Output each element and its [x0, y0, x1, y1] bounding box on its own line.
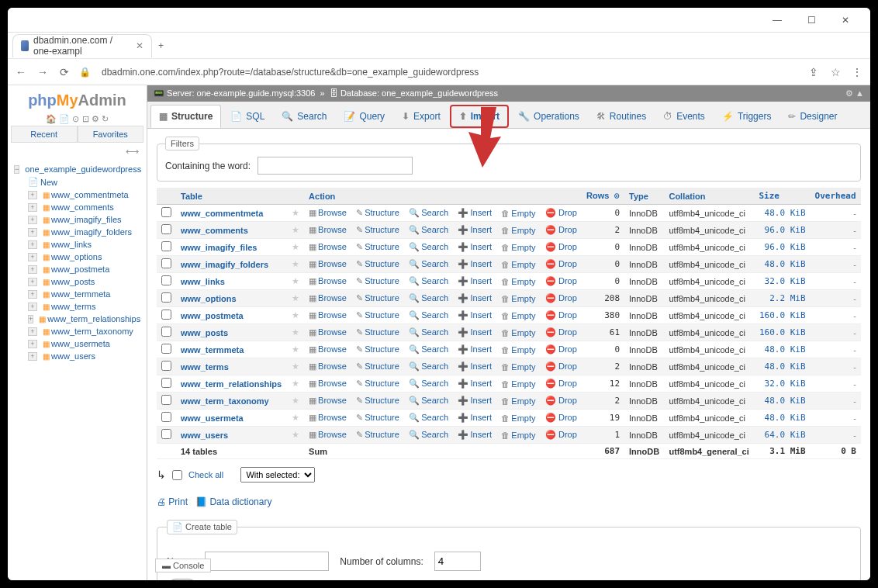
row-checkbox[interactable] — [161, 327, 171, 337]
tree-table[interactable]: + ▦ www_commentmeta — [25, 189, 143, 201]
insert-link[interactable]: ➕Insert — [458, 259, 492, 268]
tab-query[interactable]: 📝 Query — [336, 105, 392, 128]
structure-link[interactable]: ✎Structure — [356, 276, 399, 285]
print-link[interactable]: 🖨 Print — [157, 496, 188, 507]
tab-structure[interactable]: ▦ Structure — [150, 105, 221, 128]
tab-events[interactable]: ⏱ Events — [655, 105, 713, 128]
drop-link[interactable]: ⛔ Drop — [545, 379, 577, 388]
empty-link[interactable]: 🗑Empty — [501, 328, 535, 337]
tree-table[interactable]: + ▦ www_imagify_folders — [25, 226, 143, 238]
th-overhead[interactable]: Overhead — [811, 188, 861, 205]
filter-input[interactable] — [258, 157, 413, 175]
drop-link[interactable]: ⛔ Drop — [545, 430, 577, 439]
search-link[interactable]: 🔍Search — [409, 327, 448, 337]
row-checkbox[interactable] — [161, 429, 171, 439]
row-checkbox[interactable] — [161, 292, 171, 303]
reload-button[interactable]: ⟳ — [57, 66, 71, 78]
drop-link[interactable]: ⛔ Drop — [545, 242, 577, 251]
table-name[interactable]: www_users — [181, 431, 228, 440]
table-name[interactable]: www_commentmeta — [181, 209, 263, 218]
drop-link[interactable]: ⛔ Drop — [545, 310, 577, 320]
tree-table[interactable]: + ▦ www_term_taxonomy — [25, 325, 143, 337]
url-text[interactable]: dbadmin.one.com/index.php?route=/databas… — [102, 67, 799, 78]
structure-link[interactable]: ✎Structure — [356, 344, 399, 354]
table-name[interactable]: www_term_relationships — [181, 379, 282, 389]
empty-link[interactable]: 🗑Empty — [501, 243, 535, 252]
tab-sql[interactable]: 📄 SQL — [223, 105, 272, 128]
structure-link[interactable]: ✎Structure — [356, 413, 399, 422]
empty-link[interactable]: 🗑Empty — [501, 379, 535, 389]
browse-link[interactable]: ▦Browse — [309, 344, 347, 354]
menu-icon[interactable]: ⋮ — [850, 66, 864, 78]
favorite-icon[interactable]: ★ — [292, 225, 299, 234]
structure-link[interactable]: ✎Structure — [356, 361, 399, 371]
empty-link[interactable]: 🗑Empty — [501, 431, 535, 440]
table-name[interactable]: www_terms — [181, 362, 229, 372]
row-checkbox[interactable] — [161, 310, 171, 320]
drop-link[interactable]: ⛔ Drop — [545, 276, 577, 285]
insert-link[interactable]: ➕Insert — [458, 293, 492, 303]
row-checkbox[interactable] — [161, 395, 171, 405]
row-checkbox[interactable] — [161, 361, 171, 371]
search-link[interactable]: 🔍Search — [409, 430, 448, 439]
drop-link[interactable]: ⛔ Drop — [545, 208, 577, 217]
tree-table[interactable]: + ▦ www_options — [25, 251, 143, 263]
tree-table[interactable]: + ▦ www_usermeta — [25, 337, 143, 350]
drop-link[interactable]: ⛔ Drop — [545, 396, 577, 405]
empty-link[interactable]: 🗑Empty — [501, 311, 535, 320]
browse-link[interactable]: ▦Browse — [309, 276, 347, 285]
browser-tab[interactable]: dbadmin.one.com / one-exampl ✕ — [12, 34, 152, 57]
th-collation[interactable]: Collation — [664, 188, 754, 205]
forward-button[interactable]: → — [36, 66, 50, 78]
minimize-button[interactable]: — — [760, 9, 794, 32]
browse-link[interactable]: ▦Browse — [309, 259, 347, 268]
insert-link[interactable]: ➕Insert — [458, 276, 492, 285]
structure-link[interactable]: ✎Structure — [356, 430, 399, 439]
tree-table[interactable]: + ▦ www_comments — [25, 201, 143, 213]
drop-link[interactable]: ⛔ Drop — [545, 413, 577, 422]
table-name[interactable]: www_imagify_folders — [181, 260, 268, 269]
row-checkbox[interactable] — [161, 275, 171, 285]
close-tab-icon[interactable]: ✕ — [136, 40, 143, 51]
drop-link[interactable]: ⛔ Drop — [545, 259, 577, 268]
back-button[interactable]: ← — [14, 66, 28, 78]
drop-link[interactable]: ⛔ Drop — [545, 225, 577, 234]
favorite-icon[interactable]: ★ — [292, 379, 299, 388]
search-link[interactable]: 🔍Search — [409, 396, 448, 405]
search-link[interactable]: 🔍Search — [409, 344, 448, 354]
empty-link[interactable]: 🗑Empty — [501, 413, 535, 423]
row-checkbox[interactable] — [161, 224, 171, 234]
tab-triggers[interactable]: ⚡ Triggers — [714, 105, 779, 128]
favorite-icon[interactable]: ★ — [292, 208, 299, 217]
empty-link[interactable]: 🗑Empty — [501, 396, 535, 406]
structure-link[interactable]: ✎Structure — [356, 327, 399, 337]
favorite-icon[interactable]: ★ — [292, 310, 299, 320]
structure-link[interactable]: ✎Structure — [356, 208, 399, 217]
tree-table[interactable]: + ▦ www_posts — [25, 275, 143, 288]
tree-table[interactable]: + ▦ www_postmeta — [25, 263, 143, 275]
browse-link[interactable]: ▦Browse — [309, 379, 347, 388]
favorite-icon[interactable]: ★ — [292, 344, 299, 354]
structure-link[interactable]: ✎Structure — [356, 379, 399, 388]
sidebar-icons[interactable]: 🏠 📄 ⊙ ⊡ ⚙ ↻ — [11, 112, 143, 126]
insert-link[interactable]: ➕Insert — [458, 310, 492, 320]
search-link[interactable]: 🔍Search — [409, 361, 448, 371]
data-dictionary-link[interactable]: 📘 Data dictionary — [195, 496, 271, 507]
row-checkbox[interactable] — [161, 412, 171, 422]
favorite-icon[interactable]: ★ — [292, 276, 299, 285]
table-name[interactable]: www_comments — [181, 226, 248, 235]
create-name-input[interactable] — [205, 552, 329, 571]
insert-link[interactable]: ➕Insert — [458, 413, 492, 422]
search-link[interactable]: 🔍Search — [409, 293, 448, 303]
empty-link[interactable]: 🗑Empty — [501, 294, 535, 303]
share-icon[interactable]: ⇪ — [807, 66, 821, 78]
favorite-icon[interactable]: ★ — [292, 242, 299, 251]
browse-link[interactable]: ▦Browse — [309, 293, 347, 303]
search-link[interactable]: 🔍Search — [409, 276, 448, 285]
create-cols-input[interactable] — [434, 552, 481, 571]
insert-link[interactable]: ➕Insert — [458, 208, 492, 217]
row-checkbox[interactable] — [161, 241, 171, 251]
table-name[interactable]: www_termmeta — [181, 345, 244, 355]
browse-link[interactable]: ▦Browse — [309, 361, 347, 371]
tree-table[interactable]: + ▦ www_imagify_files — [25, 213, 143, 226]
